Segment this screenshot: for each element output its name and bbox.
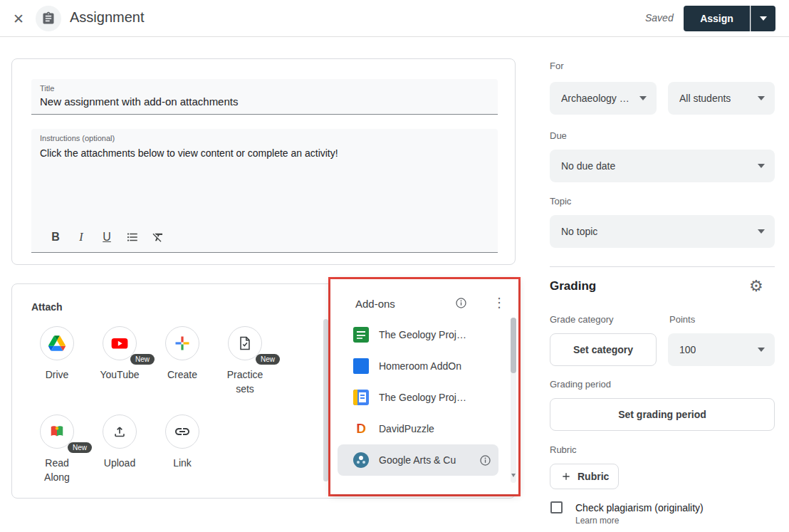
addons-scrollbar-thumb[interactable]	[511, 318, 516, 373]
attach-label-youtube: YouTube	[95, 367, 145, 382]
bulleted-list-button[interactable]	[122, 228, 142, 246]
italic-button[interactable]: I	[71, 228, 91, 246]
class-select-value: Archaeology …	[561, 93, 629, 104]
underline-button[interactable]: U	[97, 228, 117, 246]
clear-formatting-icon	[152, 231, 164, 244]
attach-heading: Attach	[31, 301, 63, 313]
points-label: Points	[669, 314, 695, 325]
grading-period-label: Grading period	[550, 379, 611, 390]
attach-label-link: Link	[157, 456, 207, 470]
assignment-details-card: Title New assignment with add-on attachm…	[11, 58, 516, 265]
new-badge: New	[256, 354, 280, 365]
chevron-down-icon	[758, 229, 765, 234]
geology-project-icon	[353, 390, 369, 405]
addon-name: DavidPuzzle	[379, 423, 434, 434]
attach-item-drive[interactable]	[40, 326, 74, 360]
addon-item-arts-culture[interactable]: Google Arts & Cu	[338, 444, 498, 476]
youtube-icon	[110, 334, 129, 353]
new-badge: New	[130, 354, 155, 365]
assign-dropdown-button[interactable]	[751, 6, 775, 31]
highlight-annotation: Add-ons ⋮ The Geology Proj… Homeroom Add…	[328, 277, 521, 496]
upload-icon	[112, 424, 127, 439]
class-select[interactable]: Archaeology …	[550, 82, 657, 115]
rubric-button-label: Rubric	[578, 471, 609, 482]
attach-label-practice-sets: Practice sets	[220, 367, 270, 396]
title-field-value: New assignment with add-on attachments	[40, 95, 238, 108]
title-field[interactable]: Title New assignment with add-on attachm…	[31, 79, 498, 115]
rubric-button[interactable]: Rubric	[550, 464, 619, 489]
addon-item-homeroom[interactable]: Homeroom AddOn	[338, 350, 498, 382]
set-grading-period-label: Set grading period	[618, 409, 706, 420]
bold-button[interactable]: B	[46, 228, 66, 246]
set-grading-period-button[interactable]: Set grading period	[550, 398, 775, 431]
homeroom-icon	[353, 358, 369, 374]
instructions-field-label: Instructions (optional)	[40, 134, 115, 142]
instructions-field-value: Click the attachments below to view cont…	[40, 147, 338, 159]
attach-item-upload[interactable]	[103, 414, 137, 449]
assignment-page: ✕ Assignment Saved Assign Title New assi…	[0, 0, 789, 532]
overflow-menu-button[interactable]: ⋮	[493, 295, 506, 311]
practice-sets-icon	[237, 335, 253, 352]
davidpuzzle-icon: D	[353, 421, 369, 437]
addon-name: Homeroom AddOn	[379, 360, 461, 372]
addon-item-davidpuzzle[interactable]: D DavidPuzzle	[338, 413, 498, 444]
addons-title: Add-ons	[355, 298, 395, 310]
addons-info-button[interactable]	[455, 297, 467, 309]
grading-title: Grading	[550, 279, 596, 293]
sidebar-divider	[550, 266, 775, 267]
addon-name: The Geology Proj…	[379, 329, 466, 340]
plagiarism-checkbox[interactable]	[550, 501, 563, 513]
read-along-icon	[48, 424, 66, 439]
chevron-down-icon	[758, 96, 765, 100]
students-select-value: All students	[679, 93, 731, 104]
info-icon	[455, 297, 467, 309]
gear-icon[interactable]: ⚙	[749, 278, 763, 294]
grade-category-label: Grade category	[550, 314, 614, 325]
chevron-down-icon	[760, 16, 767, 21]
attach-item-link[interactable]	[165, 414, 199, 449]
learn-more-link[interactable]: Learn more	[575, 516, 619, 526]
attach-label-read-along: Read Along	[36, 456, 78, 484]
page-title: Assignment	[70, 9, 145, 26]
new-badge: New	[68, 442, 92, 453]
addons-scrollbar[interactable]	[511, 318, 516, 483]
students-select[interactable]: All students	[668, 82, 775, 115]
topic-select-value: No topic	[561, 226, 597, 237]
addon-item-geology-2[interactable]: The Geology Proj…	[338, 382, 498, 413]
for-label: For	[550, 61, 564, 71]
due-select-value: No due date	[561, 160, 615, 172]
instructions-field[interactable]: Instructions (optional) Click the attach…	[31, 129, 498, 253]
attach-label-drive: Drive	[32, 367, 82, 382]
info-icon	[479, 454, 491, 466]
assign-button[interactable]: Assign	[684, 6, 750, 31]
set-category-label: Set category	[573, 344, 633, 355]
topic-label: Topic	[550, 196, 571, 207]
topic-select[interactable]: No topic	[550, 215, 775, 248]
arts-culture-icon	[353, 452, 369, 468]
set-category-button[interactable]: Set category	[550, 333, 657, 366]
saved-status: Saved	[645, 12, 674, 24]
rubric-label: Rubric	[550, 444, 577, 455]
drive-icon	[48, 335, 66, 351]
points-select[interactable]: 100	[668, 333, 775, 366]
title-field-label: Title	[40, 84, 54, 93]
points-select-value: 100	[679, 344, 696, 355]
create-plus-icon	[174, 335, 191, 352]
addon-info-button[interactable]	[479, 454, 491, 466]
attach-scrollbar[interactable]	[323, 319, 328, 481]
clear-formatting-button[interactable]	[148, 228, 168, 246]
top-bar: ✕ Assignment Saved Assign	[0, 0, 789, 37]
addon-item-geology-1[interactable]: The Geology Proj…	[338, 319, 498, 350]
attach-label-create: Create	[157, 367, 207, 382]
scroll-down-arrow-icon[interactable]	[511, 474, 516, 477]
attach-item-create[interactable]	[165, 326, 199, 360]
chevron-down-icon	[758, 348, 765, 352]
plagiarism-label: Check plagiarism (originality)	[575, 502, 704, 513]
close-icon[interactable]: ✕	[10, 10, 27, 27]
plus-icon	[560, 471, 572, 482]
addon-name: The Geology Proj…	[379, 392, 466, 403]
link-icon	[174, 423, 191, 440]
due-label: Due	[550, 130, 567, 141]
chevron-down-icon	[758, 164, 765, 168]
due-select[interactable]: No due date	[550, 150, 775, 182]
